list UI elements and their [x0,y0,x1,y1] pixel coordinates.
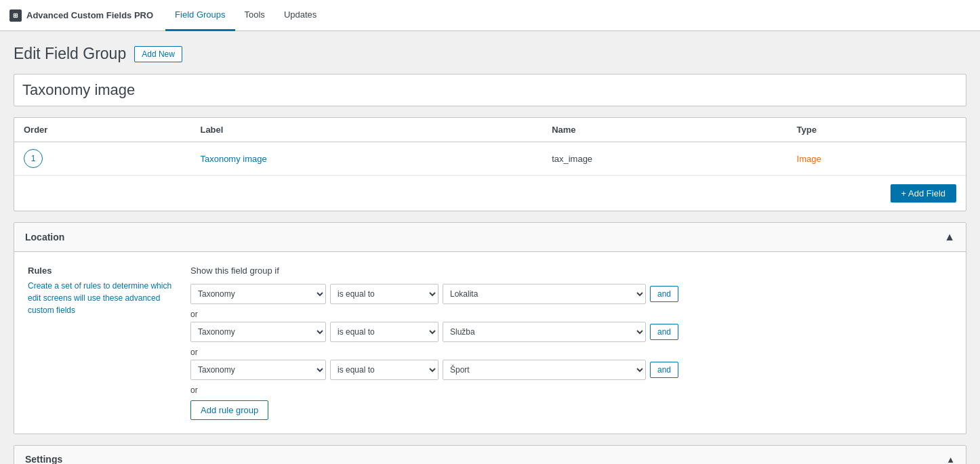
field-type-cell: Image [788,142,966,175]
nav-field-groups[interactable]: Field Groups [165,0,234,31]
rules-column: Rules Create a set of rules to determine… [28,266,177,420]
rule1-and-button[interactable]: and [650,286,678,302]
location-section-body: Rules Create a set of rules to determine… [14,252,966,434]
rule-row-3: Taxonomy is equal to Šport and [190,360,952,380]
field-group-title-input[interactable] [14,74,966,106]
app-title: Advanced Custom Fields PRO [26,10,153,20]
rule3-value-select[interactable]: Šport [443,360,646,380]
settings-section-header[interactable]: Settings ▲ [14,446,966,464]
final-or-label: or [190,385,952,395]
add-field-button[interactable]: + Add Field [891,184,956,203]
col-type: Type [788,118,966,142]
location-section: Location ▲ Rules Create a set of rules t… [14,222,966,434]
rule3-and-button[interactable]: and [650,362,678,378]
nav-tools[interactable]: Tools [235,0,274,31]
app-logo: ⊞ Advanced Custom Fields PRO [9,9,153,22]
field-type: Image [797,154,821,164]
nav-updates[interactable]: Updates [274,0,326,31]
col-order: Order [14,118,190,142]
nav-links: Field Groups Tools Updates [165,0,326,30]
rule1-taxonomy-select[interactable]: Taxonomy [190,284,326,304]
field-label-link[interactable]: Taxonomy image [200,154,266,164]
fields-table: Order Label Name Type 1 Taxonomy image t… [14,118,966,175]
field-name-cell: tax_image [542,142,787,175]
field-name: tax_image [552,154,592,164]
add-new-button[interactable]: Add New [134,46,182,62]
col-label: Label [190,118,542,142]
order-circle: 1 [24,149,43,168]
settings-section: Settings ▲ [14,445,966,464]
rules-heading: Rules [28,266,177,276]
or-label-2: or [190,310,952,319]
col-name: Name [542,118,787,142]
rule1-value-select[interactable]: Lokalita [443,284,646,304]
page-title: Edit Field Group [14,45,126,63]
settings-title: Settings [25,454,62,464]
rule1-condition-select[interactable]: is equal to [330,284,438,304]
field-label-cell: Taxonomy image [190,142,542,175]
rule2-taxonomy-select[interactable]: Taxonomy [190,322,326,342]
logo-icon: ⊞ [9,9,22,22]
location-toggle-icon: ▲ [944,231,955,243]
location-section-header[interactable]: Location ▲ [14,223,966,252]
rules-description: Create a set of rules to determine which… [28,280,177,316]
rule3-taxonomy-select[interactable]: Taxonomy [190,360,326,380]
rule2-condition-select[interactable]: is equal to [330,322,438,342]
or-label-3: or [190,347,952,357]
main-content: Edit Field Group Add New Order Label Nam… [0,31,980,464]
rule-row-1: Taxonomy is equal to Lokalita and [190,284,952,304]
field-order: 1 [14,142,190,175]
settings-toggle-icon: ▲ [946,455,955,465]
add-rule-group-row: Add rule group [190,398,952,420]
rule2-value-select[interactable]: Služba [443,322,646,342]
rules-main: Show this field group if Taxonomy is equ… [190,266,952,420]
top-navigation: ⊞ Advanced Custom Fields PRO Field Group… [0,0,980,31]
show-label: Show this field group if [190,266,952,276]
add-rule-group-button[interactable]: Add rule group [190,400,268,420]
location-title: Location [25,232,64,242]
rule3-condition-select[interactable]: is equal to [330,360,438,380]
rule-row-2: Taxonomy is equal to Služba and [190,322,952,342]
add-field-row: + Add Field [14,175,966,211]
fields-section: Order Label Name Type 1 Taxonomy image t… [14,117,966,211]
page-header: Edit Field Group Add New [14,45,966,63]
table-row: 1 Taxonomy image tax_image Image [14,142,966,175]
rule2-and-button[interactable]: and [650,324,678,340]
